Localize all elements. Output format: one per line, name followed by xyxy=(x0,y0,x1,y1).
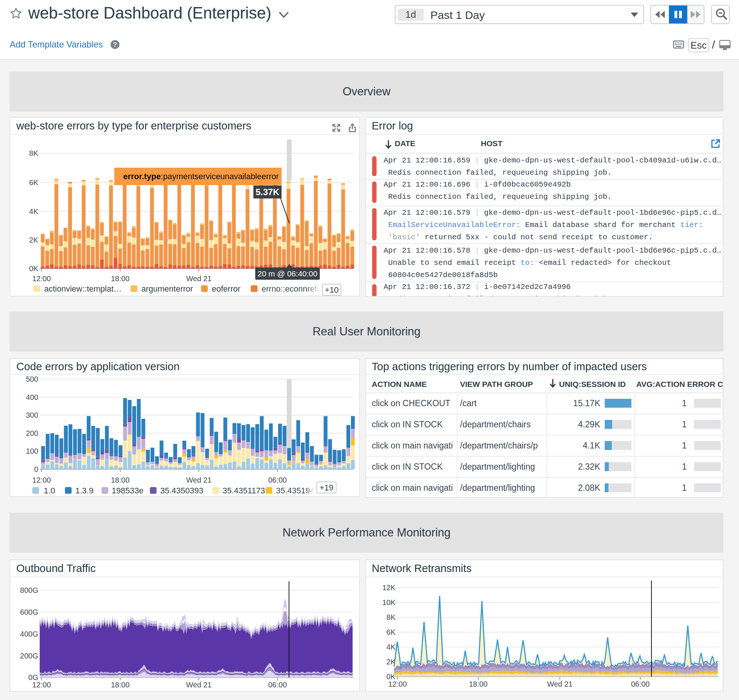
svg-text:error.type:paymentserviceunava: error.type:paymentserviceunavailableerro… xyxy=(123,172,278,181)
svg-text:06:00: 06:00 xyxy=(268,681,287,689)
svg-text:300: 300 xyxy=(26,411,38,419)
svg-text:10K: 10K xyxy=(382,599,396,606)
svg-text:18:00: 18:00 xyxy=(111,275,130,283)
svg-text:Wed 21: Wed 21 xyxy=(186,275,212,283)
svg-text:0G: 0G xyxy=(28,673,38,681)
svg-text:12:00: 12:00 xyxy=(32,681,51,689)
svg-text:12:00: 12:00 xyxy=(32,275,51,283)
svg-text:4K: 4K xyxy=(387,643,396,651)
svg-text:Wed 21: Wed 21 xyxy=(186,476,212,484)
svg-text:4K: 4K xyxy=(29,207,38,216)
svg-text:18:00: 18:00 xyxy=(111,681,130,689)
svg-text:8K: 8K xyxy=(387,613,396,621)
svg-text:600G: 600G xyxy=(20,608,38,616)
svg-text:?: ? xyxy=(113,41,117,48)
svg-text:Wed 21: Wed 21 xyxy=(186,681,212,689)
svg-text:400G: 400G xyxy=(20,630,38,638)
svg-text:400: 400 xyxy=(26,393,38,401)
svg-text:20 m @ 06:40:00: 20 m @ 06:40:00 xyxy=(258,269,317,278)
svg-text:2K: 2K xyxy=(29,236,38,244)
svg-text:5.37K: 5.37K xyxy=(256,187,280,197)
svg-text:12:00: 12:00 xyxy=(32,476,51,484)
svg-text:6K: 6K xyxy=(387,628,396,636)
svg-text:0: 0 xyxy=(34,465,38,474)
svg-text:8K: 8K xyxy=(29,149,38,157)
svg-text:800G: 800G xyxy=(20,586,38,594)
svg-text:06:00: 06:00 xyxy=(268,476,287,484)
svg-text:6K: 6K xyxy=(29,178,38,187)
svg-text:12K: 12K xyxy=(382,584,396,592)
svg-text:200: 200 xyxy=(26,429,38,437)
svg-text:0K: 0K xyxy=(29,265,38,273)
svg-text:06:00: 06:00 xyxy=(631,680,649,688)
svg-text:500: 500 xyxy=(26,375,38,383)
svg-text:200G: 200G xyxy=(20,652,38,660)
svg-text:18:00: 18:00 xyxy=(111,476,130,484)
svg-text:Wed 21: Wed 21 xyxy=(547,680,573,688)
svg-text:18:00: 18:00 xyxy=(469,680,487,688)
svg-text:100: 100 xyxy=(26,447,38,455)
svg-text:12:00: 12:00 xyxy=(388,680,406,688)
